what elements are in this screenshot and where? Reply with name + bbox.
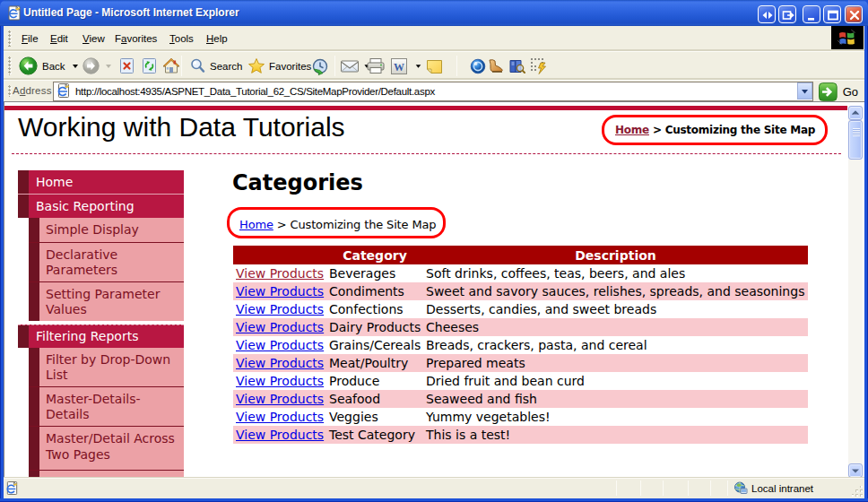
sidebar-item-declarative-parameters[interactable]: Declarative Parameters <box>29 242 184 281</box>
view-products-cell: View Products <box>233 372 326 390</box>
breadcrumb-content-home-link[interactable]: Home <box>239 218 273 231</box>
view-products-cell: View Products <box>233 282 326 300</box>
sidebar-item-basic-reporting[interactable]: Basic Reporting <box>18 194 184 218</box>
stop-button[interactable] <box>119 54 135 78</box>
search-label: Search <box>210 61 242 72</box>
view-products-link[interactable]: View Products <box>236 374 324 388</box>
view-products-link[interactable]: View Products <box>236 320 324 334</box>
skin-chooser-button[interactable] <box>487 54 504 78</box>
address-field[interactable]: http://localhost:4935/ASPNET_Data_Tutori… <box>53 82 813 101</box>
breadcrumb-annotation-top: Home > Customizing the Site Map <box>602 115 828 145</box>
browser-window: Untitled Page - Microsoft Internet Explo… <box>0 0 868 502</box>
full-screen-button[interactable] <box>778 5 796 23</box>
sidebar-item-setting-parameter-values[interactable]: Setting Parameter Values <box>29 281 184 321</box>
sidebar-navigation: Home Basic Reporting Simple Display Decl… <box>18 170 184 477</box>
sidebar-item-filtering-reports[interactable]: Filtering Reports <box>18 325 184 347</box>
home-icon <box>162 57 180 74</box>
menu-tools[interactable]: Tools <box>163 26 200 51</box>
refresh-button[interactable] <box>142 54 157 78</box>
table-row: View ProductsSeafoodSeaweed and fish <box>233 390 808 408</box>
view-products-cell: View Products <box>233 390 326 408</box>
view-products-link[interactable]: View Products <box>236 410 324 424</box>
pixel-grid-icon <box>530 57 548 74</box>
close-button[interactable] <box>845 5 863 23</box>
toolbar-grip[interactable] <box>8 56 12 75</box>
header-dashed-divider <box>12 153 841 154</box>
edit-with-word-button[interactable]: W <box>390 54 424 78</box>
onenote-button[interactable] <box>426 54 443 78</box>
view-products-link[interactable]: View Products <box>236 266 324 281</box>
resize-grip[interactable] <box>852 486 864 498</box>
address-dropdown-button[interactable] <box>797 82 812 100</box>
breadcrumb-content-current: Customizing the Site Map <box>291 218 437 231</box>
window-title: Untitled Page - Microsoft Internet Explo… <box>23 6 239 19</box>
menu-file[interactable]: File <box>15 26 45 51</box>
sidebar-item-home[interactable]: Home <box>18 170 184 194</box>
sidebar-item-master-detail-across-two-pages[interactable]: Master/Detail Across Two Pages <box>29 426 184 469</box>
print-button[interactable] <box>366 54 386 78</box>
status-page-icon <box>5 481 19 495</box>
view-products-link[interactable]: View Products <box>236 392 324 406</box>
minimize-button[interactable] <box>803 5 820 23</box>
description-column-header: Description <box>423 246 808 264</box>
view-products-cell: View Products <box>233 408 326 426</box>
sidebar-item-simple-display[interactable]: Simple Display <box>29 218 184 241</box>
menu-edit[interactable]: Edit <box>44 26 74 51</box>
sidebar-gutter <box>29 218 39 241</box>
back-dropdown-caret <box>69 63 82 70</box>
research-button[interactable] <box>508 54 525 78</box>
maximize-button[interactable] <box>823 5 841 23</box>
menu-view[interactable]: View <box>76 26 111 51</box>
html-tidy-button[interactable] <box>530 54 548 78</box>
breadcrumb-top-home-link[interactable]: Home <box>615 124 649 136</box>
statusbar-separator <box>663 480 664 496</box>
standard-buttons-toolbar: Back <box>4 51 864 80</box>
home-button[interactable] <box>162 54 180 78</box>
scrollbar-thumb-grip <box>853 128 860 136</box>
toolbar-separator <box>334 56 335 76</box>
favorites-button[interactable]: Favorites <box>247 54 311 78</box>
security-zone: Local intranet <box>733 481 813 495</box>
sidebar-item-master-details-details[interactable]: Master-Details-Details <box>29 386 184 426</box>
statusbar-separator <box>640 480 641 496</box>
sidebar-item-partial[interactable] <box>29 470 184 477</box>
view-products-link[interactable]: View Products <box>236 338 324 352</box>
back-label: Back <box>42 61 65 72</box>
forward-button[interactable] <box>82 54 115 78</box>
table-row: View ProductsTest CategoryThis is a test… <box>233 426 808 444</box>
view-products-link[interactable]: View Products <box>236 356 324 370</box>
menubar-grip[interactable] <box>8 30 12 47</box>
messenger-button[interactable] <box>470 54 486 78</box>
history-button[interactable] <box>311 54 329 78</box>
view-products-link[interactable]: View Products <box>236 428 324 442</box>
scrollbar-down-button[interactable] <box>848 463 863 477</box>
view-products-link[interactable]: View Products <box>236 284 324 299</box>
go-button[interactable]: Go <box>819 82 858 102</box>
addressbar-grip[interactable] <box>8 85 12 97</box>
window-border-left <box>0 26 4 502</box>
toolbar-separator <box>456 56 457 76</box>
breadcrumb-top-current: Customizing the Site Map <box>665 124 816 136</box>
window-border-right <box>864 26 868 502</box>
security-zone-label: Local intranet <box>751 483 813 494</box>
vertical-scrollbar[interactable] <box>848 106 863 477</box>
smart-size-button[interactable] <box>758 5 776 23</box>
table-row: View ProductsGrains/CerealsBreads, crack… <box>233 336 808 354</box>
menu-item-label: Tools <box>169 33 194 44</box>
address-url[interactable]: http://localhost:4935/ASPNET_Data_Tutori… <box>75 86 435 97</box>
scrollbar-up-button[interactable] <box>848 106 863 120</box>
sidebar-item-filter-by-drop-down-list[interactable]: Filter by Drop-Down List <box>29 348 184 386</box>
menu-favorites[interactable]: Favorites <box>108 26 163 51</box>
scrollbar-thumb[interactable] <box>848 120 863 160</box>
sidebar-gutter <box>29 282 39 321</box>
status-bar: Local intranet <box>4 477 864 498</box>
sidebar-gutter <box>18 170 29 194</box>
forward-icon <box>82 57 100 74</box>
stop-icon <box>119 57 135 74</box>
favorites-label: Favorites <box>269 61 311 72</box>
menu-help[interactable]: Help <box>200 26 234 51</box>
search-button[interactable]: Search <box>189 54 242 78</box>
page-top-red-bar <box>4 106 847 110</box>
view-products-link[interactable]: View Products <box>236 302 324 316</box>
back-button[interactable]: Back <box>19 54 82 78</box>
